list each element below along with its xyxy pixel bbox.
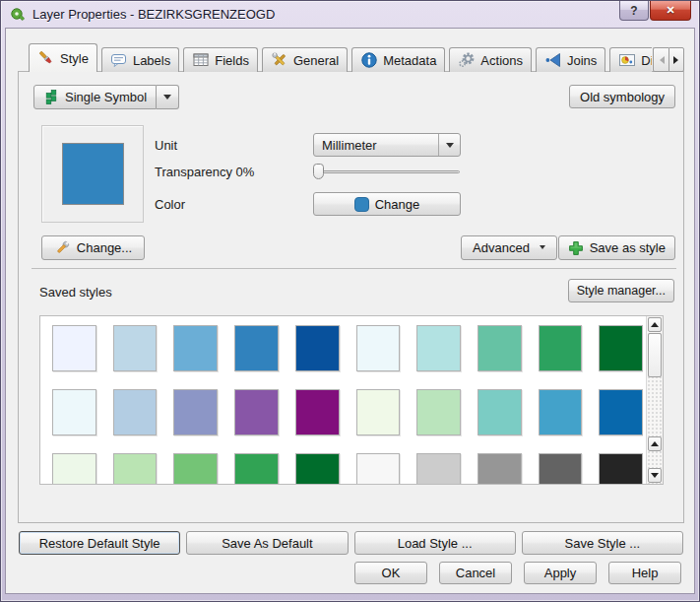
style-swatch[interactable] (52, 389, 96, 435)
style-swatch[interactable] (539, 325, 583, 371)
symbol-change-button[interactable]: Change... (41, 235, 145, 260)
style-swatch[interactable] (539, 389, 583, 435)
style-swatch[interactable] (234, 325, 279, 371)
swatch-scrollbar[interactable] (646, 316, 663, 484)
tab-actions[interactable]: Actions (449, 47, 532, 72)
qgis-logo-icon (10, 7, 26, 23)
save-as-style-label: Save as style (590, 240, 666, 255)
tab-fields[interactable]: Fields (183, 47, 258, 72)
slider-track[interactable] (314, 170, 460, 173)
combo-dropdown-button[interactable] (438, 134, 460, 156)
color-change-button[interactable]: Change (313, 192, 461, 216)
help-titlebar-button[interactable]: ? (619, 1, 649, 21)
tab-joins[interactable]: Joins (536, 47, 605, 72)
help-button[interactable]: Help (608, 562, 681, 584)
save-style-button[interactable]: Save Style ... (522, 531, 683, 555)
single-symbol-icon (43, 90, 59, 105)
style-swatch[interactable] (539, 453, 583, 484)
style-tab-panel: Single Symbol Old symbology Unit Millime… (18, 71, 684, 523)
style-actions-row: Restore Default Style Save As Default Lo… (19, 531, 683, 555)
style-swatch[interactable] (173, 389, 218, 435)
style-swatch[interactable] (477, 389, 522, 435)
style-swatch[interactable] (113, 453, 158, 484)
dialog-body: Style Labels (5, 28, 695, 594)
style-swatch[interactable] (113, 389, 158, 435)
left-arrow-icon (656, 56, 665, 64)
style-swatch[interactable] (356, 389, 401, 435)
symbol-preview-swatch (62, 143, 124, 205)
transparency-slider[interactable] (313, 161, 461, 182)
style-swatch[interactable] (52, 453, 96, 484)
scroll-down-button[interactable] (648, 468, 662, 483)
tab-general[interactable]: General (262, 47, 348, 72)
renderer-select-button[interactable]: Single Symbol (33, 85, 179, 109)
gear-icon (458, 51, 476, 69)
style-swatch[interactable] (234, 389, 279, 435)
style-swatch[interactable] (234, 453, 279, 484)
tab-label: Fields (215, 53, 249, 68)
renderer-select-main[interactable]: Single Symbol (33, 85, 157, 109)
style-swatch[interactable] (416, 453, 461, 484)
cancel-button[interactable]: Cancel (439, 562, 512, 584)
style-swatch[interactable] (356, 453, 401, 484)
scrollbar-thumb[interactable] (648, 333, 662, 377)
titlebar[interactable]: Layer Properties - BEZIRKSGRENZEOGD (1, 1, 699, 28)
renderer-dropdown-arrow[interactable] (157, 85, 179, 109)
section-divider (32, 268, 676, 269)
tab-diagrams[interactable]: Diagra (609, 47, 652, 72)
style-swatch[interactable] (173, 325, 218, 371)
ok-button[interactable]: OK (354, 562, 427, 584)
label-bubble-icon (110, 51, 128, 69)
tab-label: General (293, 53, 339, 68)
tab-style[interactable]: Style (29, 43, 97, 72)
style-swatch[interactable] (599, 325, 643, 371)
load-style-button[interactable]: Load Style ... (354, 531, 516, 555)
info-icon (360, 51, 378, 69)
style-swatch[interactable] (599, 389, 643, 435)
style-swatch[interactable] (52, 325, 96, 371)
style-swatch[interactable] (416, 389, 461, 435)
tab-label: Joins (567, 53, 597, 68)
scroll-up-button-bottom[interactable] (648, 436, 662, 451)
style-swatch[interactable] (599, 453, 643, 484)
apply-button[interactable]: Apply (524, 562, 597, 584)
unit-combobox[interactable]: Millimeter (313, 133, 461, 157)
close-button[interactable]: ✕ (650, 1, 691, 21)
old-symbology-button[interactable]: Old symbology (569, 85, 675, 108)
style-swatch[interactable] (356, 325, 401, 371)
advanced-button[interactable]: Advanced (461, 235, 557, 260)
color-label: Color (155, 193, 185, 215)
tab-label: Style (60, 51, 89, 66)
tab-labels[interactable]: Labels (101, 47, 179, 72)
dialog-buttons-row: OK Cancel Apply Help (354, 562, 681, 584)
saved-styles-label: Saved styles (39, 282, 112, 301)
unit-value: Millimeter (314, 134, 438, 156)
swatch-row (52, 325, 643, 371)
up-arrow-icon (651, 318, 659, 327)
swatch-row (52, 453, 643, 484)
table-icon (192, 51, 210, 69)
slider-handle[interactable] (313, 164, 324, 179)
scroll-up-button[interactable] (648, 317, 662, 332)
restore-default-style-button[interactable]: Restore Default Style (19, 531, 180, 555)
style-swatch[interactable] (416, 325, 461, 371)
style-swatch[interactable] (173, 453, 218, 484)
style-swatch[interactable] (295, 389, 340, 435)
wrench-icon (54, 239, 71, 256)
style-swatch[interactable] (477, 453, 522, 484)
tab-label: Labels (133, 53, 170, 68)
join-arrow-icon (544, 51, 562, 69)
style-manager-button[interactable]: Style manager... (568, 279, 674, 302)
paintbrush-icon (37, 49, 55, 67)
tab-scroll-left-button[interactable] (653, 47, 668, 72)
save-as-style-button[interactable]: Save as style (558, 235, 675, 260)
tab-metadata[interactable]: Metadata (351, 47, 445, 72)
save-as-default-button[interactable]: Save As Default (186, 531, 348, 555)
style-swatch[interactable] (477, 325, 522, 371)
style-swatch[interactable] (295, 325, 340, 371)
tab-scroll-right-button[interactable] (668, 47, 684, 72)
style-swatch[interactable] (113, 325, 158, 371)
style-swatch[interactable] (295, 453, 340, 484)
color-swatch-icon (354, 197, 369, 212)
symbol-change-label: Change... (77, 240, 132, 255)
